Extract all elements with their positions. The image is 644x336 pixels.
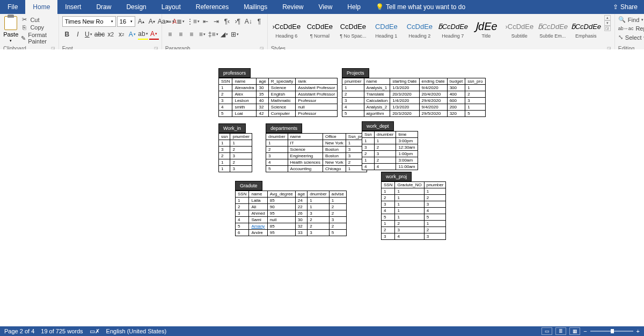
style-heading-6[interactable]: ›CcDdEeHeading 6 bbox=[271, 15, 302, 43]
th: dnumber bbox=[308, 191, 330, 198]
tab-layout[interactable]: Layout bbox=[154, 0, 188, 14]
table-work_proj: SSNGradute_NOpnumber11121231341451512123… bbox=[381, 181, 446, 240]
grow-font-button[interactable]: A▴ bbox=[136, 16, 146, 27]
table-row: 5algorithm20/3/202029/5/20203205 bbox=[342, 111, 486, 117]
table-row: 1Alexandra30ScienceAssistant Professor bbox=[219, 85, 338, 91]
table-row: 3EngineeringBoston3 bbox=[266, 153, 367, 159]
text-effects-button[interactable]: A▾ bbox=[127, 29, 137, 40]
table-row: 343 bbox=[382, 233, 446, 240]
shrink-font-button[interactable]: A▾ bbox=[147, 16, 157, 27]
subscript-button[interactable]: x2 bbox=[106, 29, 115, 40]
table-row: 32 bbox=[219, 147, 252, 153]
styles-more-icon[interactable]: ▾ bbox=[604, 20, 611, 26]
styles-more-icon[interactable]: ◲ bbox=[604, 26, 611, 31]
tab-design[interactable]: Design bbox=[119, 0, 153, 14]
superscript-button[interactable]: x2 bbox=[116, 29, 126, 40]
read-mode-button[interactable]: ▭ bbox=[541, 327, 552, 335]
italic-button[interactable]: I bbox=[73, 29, 83, 40]
table-row: 123:00am bbox=[362, 157, 418, 164]
find-button[interactable]: 🔍Find▾ bbox=[618, 16, 643, 23]
font-size-select[interactable]: 16▾ bbox=[117, 16, 135, 27]
rtl-button[interactable]: ›¶ bbox=[233, 16, 243, 27]
zoom-out-button[interactable]: − bbox=[583, 328, 587, 334]
style-heading-7[interactable]: ƃCcDdEeHeading 7 bbox=[437, 15, 469, 43]
bullets-button[interactable]: ≔▾ bbox=[165, 16, 175, 27]
underline-button[interactable]: U▾ bbox=[84, 29, 93, 40]
align-right-button[interactable]: ≡ bbox=[187, 29, 196, 40]
style-title[interactable]: ͿdEeTitle bbox=[471, 15, 502, 43]
title-gradute: Gradute bbox=[235, 181, 262, 191]
zoom-in-button[interactable]: + bbox=[636, 328, 640, 334]
table-row: 414 bbox=[382, 208, 446, 214]
shading-button[interactable]: ◢▾ bbox=[219, 29, 229, 40]
table-row: 113:00pm bbox=[362, 138, 418, 144]
tab-help[interactable]: Help bbox=[340, 0, 368, 14]
line-spacing-button[interactable]: ‡≡▾ bbox=[208, 29, 218, 40]
font-color-button[interactable]: A▾ bbox=[149, 29, 159, 40]
style-emphasis[interactable]: ƃCcDdEeEmphasis bbox=[570, 15, 602, 43]
zoom-slider[interactable] bbox=[590, 331, 633, 332]
status-words[interactable]: 19 of 725 words bbox=[41, 328, 83, 334]
web-layout-button[interactable]: ▦ bbox=[569, 327, 580, 335]
borders-button[interactable]: ⊞▾ bbox=[230, 29, 240, 40]
tell-me[interactable]: 💡 Tell me what you want to do bbox=[368, 0, 473, 14]
th: ssn_pro bbox=[465, 78, 485, 85]
tab-draw[interactable]: Draw bbox=[89, 0, 119, 14]
status-language[interactable]: English (United States) bbox=[106, 328, 167, 334]
style-subtitle[interactable]: ›CcDdEeSubtitle bbox=[504, 15, 535, 43]
bold-button[interactable]: B bbox=[62, 29, 72, 40]
style--no-spac-[interactable]: CcDdEe¶ No Spac... bbox=[338, 15, 369, 43]
tab-home[interactable]: Home bbox=[25, 0, 57, 14]
replace-button[interactable]: ab↔acReplace bbox=[618, 25, 644, 32]
strike-button[interactable]: abc bbox=[94, 29, 105, 40]
table-row: 515 bbox=[382, 214, 446, 221]
spellcheck-icon[interactable]: ▭✗ bbox=[90, 328, 100, 335]
th: ssn bbox=[219, 134, 230, 140]
select-button[interactable]: ⤡Select▾ bbox=[618, 34, 644, 41]
th: pnumber bbox=[230, 134, 252, 140]
style--normal[interactable]: CcDdEe¶ Normal bbox=[304, 15, 335, 43]
tab-mailings[interactable]: Mailings bbox=[236, 0, 275, 14]
decrease-indent-button[interactable]: ⇤ bbox=[201, 16, 210, 27]
th: rank bbox=[296, 78, 338, 85]
font-name-select[interactable]: Times New Ro▾ bbox=[62, 16, 116, 27]
table-professors: SSNnameageR_specialtyrank1Alexandra30Sci… bbox=[218, 78, 338, 117]
multilevel-button[interactable]: ⋮≡▾ bbox=[187, 16, 200, 27]
tab-review[interactable]: Review bbox=[275, 0, 311, 14]
th: Office bbox=[323, 134, 346, 140]
document-canvas[interactable]: professorsSSNnameageR_specialtyrank1Alex… bbox=[0, 49, 644, 326]
tab-view[interactable]: View bbox=[311, 0, 340, 14]
tab-insert[interactable]: Insert bbox=[57, 0, 89, 14]
table-row: 12 bbox=[219, 159, 252, 166]
link[interactable]: Amany bbox=[251, 224, 265, 229]
th: Ssn bbox=[362, 132, 375, 138]
copy-icon: ⎘ bbox=[20, 24, 28, 31]
style-subtle-em-[interactable]: ƃCcDdEeSubtle Em... bbox=[537, 15, 568, 43]
tab-file[interactable]: File bbox=[0, 0, 25, 14]
cut-button[interactable]: ✂Cut bbox=[20, 16, 55, 23]
justify-button[interactable]: ≡▾ bbox=[197, 29, 207, 40]
highlight-button[interactable]: ab▾ bbox=[138, 29, 148, 40]
show-marks-button[interactable]: ¶ bbox=[254, 16, 264, 27]
sort-button[interactable]: A↓ bbox=[244, 16, 253, 27]
ltr-button[interactable]: ¶‹ bbox=[222, 16, 232, 27]
paste-button[interactable]: Paste ▾ bbox=[3, 15, 18, 43]
share-button[interactable]: ⇪ Share bbox=[605, 0, 644, 14]
th: SSN bbox=[382, 182, 395, 188]
align-center-button[interactable]: ≡ bbox=[176, 29, 186, 40]
format-painter-button[interactable]: ✎Format Painter bbox=[20, 32, 55, 45]
style-heading-1[interactable]: CDdEeHeading 1 bbox=[371, 15, 402, 43]
share-icon: ⇪ bbox=[613, 3, 618, 11]
tab-references[interactable]: References bbox=[188, 0, 236, 14]
numbering-button[interactable]: ≣▾ bbox=[176, 16, 186, 27]
copy-button[interactable]: ⎘Copy bbox=[20, 24, 55, 31]
increase-indent-button[interactable]: ⇥ bbox=[211, 16, 221, 27]
styles-more-icon[interactable]: ▴ bbox=[604, 15, 611, 20]
status-page[interactable]: Page 2 of 4 bbox=[4, 328, 34, 334]
print-layout-button[interactable]: ≣ bbox=[555, 327, 566, 335]
table-gradute: SSNnameAvg_degreeagednumberadvise1Laila8… bbox=[235, 191, 347, 236]
align-left-button[interactable]: ≡ bbox=[165, 29, 175, 40]
style-heading-2[interactable]: CcDdEeHeading 2 bbox=[404, 15, 435, 43]
title-work_dept: work_dept bbox=[362, 121, 394, 131]
title-departments: departments bbox=[266, 123, 302, 133]
